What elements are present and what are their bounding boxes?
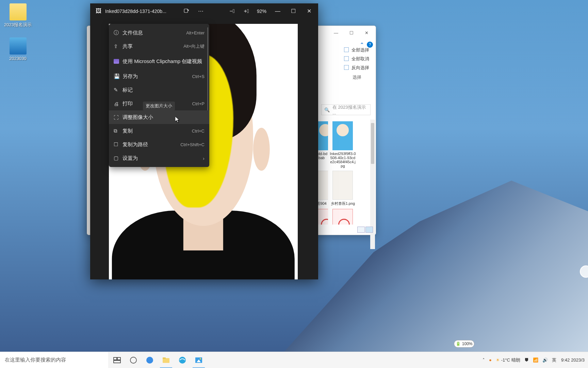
taskbar-edge-icon[interactable] <box>142 352 158 368</box>
time: 9:42 <box>561 357 570 363</box>
resize-icon: ⛶ <box>114 114 122 120</box>
task-icons <box>109 352 207 368</box>
menu-markup[interactable]: ✎ 标记 <box>109 83 209 97</box>
photos-titlebar[interactable]: 🖼 Inked073d28dd-1371-420b... ⋯ −⃝ +⃝ 92%… <box>90 3 318 19</box>
file-item[interactable]: 乡村兽医1.png <box>329 171 356 206</box>
more-button[interactable]: ⋯ <box>194 6 208 17</box>
taskbar-search-input[interactable]: 在这里输入你要搜索的内容 <box>0 352 109 368</box>
clipchamp-icon <box>114 59 122 64</box>
file-item[interactable]: Inked293f9ff3-0508-40c1-93cde2c4584f45c4… <box>329 121 356 168</box>
photos-app-window[interactable]: 🖼 Inked073d28dd-1371-420b... ⋯ −⃝ +⃝ 92%… <box>90 3 318 279</box>
svg-rect-0 <box>184 9 188 13</box>
tray-app-icon[interactable]: ● <box>487 352 494 368</box>
video-file-icon <box>10 37 27 55</box>
ribbon-select-all[interactable]: 全部选择 <box>343 46 371 55</box>
close-button[interactable]: ✕ <box>301 6 317 17</box>
svg-rect-6 <box>163 358 169 363</box>
system-tray: ˄ ● ☀ -1°C 晴朗 ⛊ 📶 🔊 英 9:42 2023/3 <box>480 352 588 368</box>
svg-rect-1 <box>114 357 117 360</box>
menu-copy-path[interactable]: ☐ 复制为路径 Ctrl+Shift+C <box>109 138 209 151</box>
print-icon: 🖨 <box>114 101 122 107</box>
minimize-button[interactable]: — <box>270 6 285 17</box>
explorer-search-input[interactable]: 🔍 在 2023报名演示 ... <box>321 104 371 115</box>
search-placeholder: 在这里输入你要搜索的内容 <box>5 357 66 363</box>
svg-rect-3 <box>114 361 120 363</box>
resize-tooltip: 更改图片大小 <box>143 102 175 110</box>
taskbar-browser-icon[interactable] <box>174 352 191 368</box>
view-thumbnails-button[interactable] <box>365 227 373 233</box>
zoom-in-button[interactable]: +⃝ <box>239 6 254 17</box>
file-item[interactable] <box>329 209 356 225</box>
chevron-right-icon: › <box>203 155 205 161</box>
desktop-icon-label: 2023报名演示 <box>2 22 34 28</box>
menu-share[interactable]: ⇪ 共享 Alt+向上键 <box>109 40 209 53</box>
file-grid: 8dd-bdbab Inked293f9ff3-0508-40c1-93cde2… <box>313 120 371 225</box>
tray-volume-icon[interactable]: 🔊 <box>540 352 550 368</box>
ribbon-select-group: 全部选择 全部取消 反向选择 选择 <box>343 46 371 80</box>
taskbar: 在这里输入你要搜索的内容 ˄ ● ☀ -1°C 晴朗 ⛊ 📶 🔊 英 9:42 … <box>0 352 588 368</box>
info-icon: ⓘ <box>114 30 122 36</box>
date: 2023/3 <box>571 357 585 363</box>
battery-badge: 🔋 100% <box>454 340 474 348</box>
share-icon: ⇪ <box>114 43 122 49</box>
select-all-icon <box>344 47 349 52</box>
minimize-button[interactable]: — <box>328 28 344 38</box>
search-placeholder: 在 2023报名演示 ... <box>332 104 368 116</box>
file-name: 乡村兽医1.png <box>329 201 356 206</box>
svg-rect-7 <box>163 357 166 359</box>
image-thumbnail <box>332 171 353 200</box>
taskbar-chat-icon[interactable] <box>125 352 142 368</box>
ribbon-group-label: 选择 <box>343 74 371 80</box>
svg-rect-2 <box>117 357 120 360</box>
folder-icon <box>10 3 27 20</box>
menu-copy[interactable]: ⧉ 复制 Ctrl+C <box>109 124 209 138</box>
maximize-button[interactable]: ☐ <box>344 28 359 38</box>
zoom-level: 92% <box>254 9 270 14</box>
ribbon-deselect-all[interactable]: 全部取消 <box>343 55 371 63</box>
ime-indicator[interactable]: 英 <box>550 352 558 368</box>
taskbar-explorer-icon[interactable] <box>158 352 174 368</box>
desktop-icon-folder[interactable]: 2023报名演示 <box>2 3 34 28</box>
clock[interactable]: 9:42 2023/3 <box>558 352 587 368</box>
zoom-out-button[interactable]: −⃝ <box>225 6 239 17</box>
mouse-cursor <box>175 117 179 123</box>
view-mode-buttons <box>357 227 373 233</box>
svg-point-11 <box>200 358 201 359</box>
tray-chevron-icon[interactable]: ˄ <box>480 352 487 368</box>
photo-filename: Inked073d28dd-1371-420b... <box>105 9 173 14</box>
scrollbar-thumb[interactable] <box>371 123 374 164</box>
desktop-icon-video[interactable]: 2023030 <box>2 37 34 61</box>
menu-save-as[interactable]: 💾 另存为 Ctrl+S <box>109 70 209 83</box>
save-icon: 💾 <box>114 73 122 79</box>
svg-point-5 <box>146 357 153 364</box>
photos-app-icon[interactable]: 🖼 <box>92 8 105 15</box>
tray-security-icon[interactable]: ⛊ <box>522 352 531 368</box>
edit-image-button[interactable] <box>179 6 194 17</box>
tray-wifi-icon[interactable]: 📶 <box>531 352 540 368</box>
menu-file-info[interactable]: ⓘ 文件信息 Alt+Enter <box>109 26 209 40</box>
desktop-icon-label: 2023030 <box>2 56 34 61</box>
pen-icon: ✎ <box>114 87 122 93</box>
menu-set-as[interactable]: ▢ 设置为 › <box>109 151 209 165</box>
svg-point-4 <box>130 357 136 363</box>
close-button[interactable]: ✕ <box>359 28 374 38</box>
weather-widget[interactable]: ☀ -1°C 晴朗 <box>494 352 522 368</box>
menu-resize-image[interactable]: ⛶ 调整图像大小 <box>109 110 209 124</box>
more-menu: ⓘ 文件信息 Alt+Enter ⇪ 共享 Alt+向上键 使用 Microso… <box>109 24 209 167</box>
taskbar-photos-icon[interactable] <box>191 352 207 368</box>
file-name: Inked293f9ff3-0508-40c1-93cde2c4584f45c4… <box>329 152 356 168</box>
image-thumbnail <box>332 121 353 150</box>
copy-icon: ⧉ <box>114 128 122 134</box>
deselect-icon <box>344 56 349 61</box>
search-icon: 🔍 <box>324 107 330 112</box>
set-as-icon: ▢ <box>114 155 122 161</box>
image-thumbnail <box>332 209 353 225</box>
invert-icon <box>344 65 349 70</box>
copy-path-icon: ☐ <box>114 141 122 148</box>
ribbon-invert-selection[interactable]: 反向选择 <box>343 63 371 72</box>
view-details-button[interactable] <box>357 227 365 233</box>
maximize-button[interactable]: ☐ <box>285 6 301 17</box>
menu-clipchamp[interactable]: 使用 Microsoft Clipchamp 创建视频 <box>109 53 209 70</box>
task-view-button[interactable] <box>109 352 125 368</box>
